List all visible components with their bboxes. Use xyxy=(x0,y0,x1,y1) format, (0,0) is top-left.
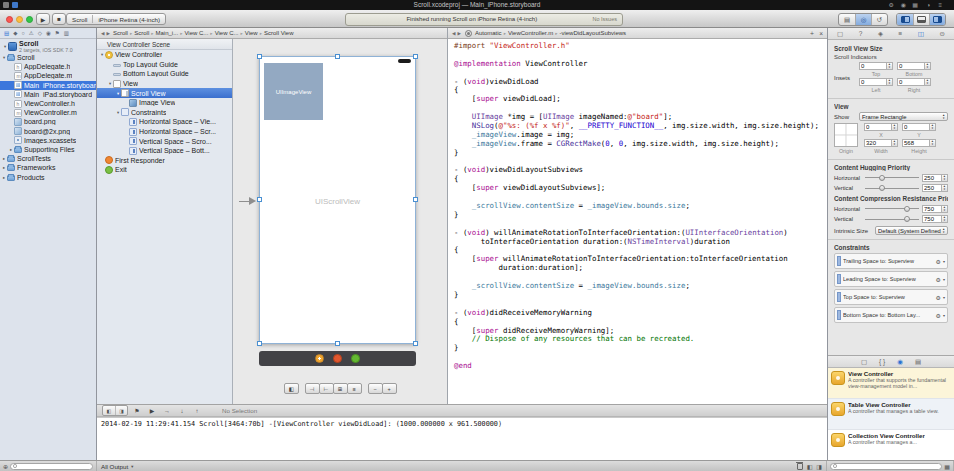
code-snippet-library-tab[interactable]: { } xyxy=(879,358,885,365)
console-output-popup[interactable]: All Output xyxy=(101,463,128,470)
run-button[interactable]: ▶ xyxy=(36,13,50,25)
show-popup[interactable]: Frame Rectangle xyxy=(859,112,948,121)
navigator-item[interactable]: ▸ScrollTests xyxy=(0,154,96,163)
storyboard-canvas[interactable]: UIImageView UIScrollView ◧ xyxy=(232,39,447,404)
jump-bar-item[interactable]: Scroll View xyxy=(264,30,294,36)
width-field[interactable] xyxy=(864,139,892,147)
origin-selector[interactable] xyxy=(834,123,858,147)
selection-handle[interactable] xyxy=(413,197,418,202)
toggle-utilities-button[interactable] xyxy=(929,14,945,25)
gear-icon[interactable]: ⚙ xyxy=(936,258,941,265)
content-hugging-vertical-slider[interactable] xyxy=(865,184,919,192)
toggle-debug-area-button[interactable] xyxy=(913,14,929,25)
stop-button[interactable]: ■ xyxy=(52,13,66,25)
first-responder-icon[interactable] xyxy=(333,354,342,363)
navigator-item[interactable]: Main_iPhone.storyboard xyxy=(0,81,96,90)
jump-bar-item[interactable]: View C... xyxy=(184,30,208,36)
outline-header[interactable]: View Controller Scene xyxy=(97,39,232,50)
console-view-toggle[interactable]: ◨ xyxy=(115,406,127,415)
display-menu-icon[interactable]: ▦ xyxy=(912,0,918,10)
add-assistant-editor-button[interactable]: ＋ xyxy=(809,29,816,38)
navigator-item[interactable]: Main_iPad.storyboard xyxy=(0,90,96,99)
step-out-button[interactable]: ↑ xyxy=(191,408,203,414)
selection-handle[interactable] xyxy=(413,54,418,59)
height-field[interactable] xyxy=(902,139,930,147)
variables-view-toggle[interactable]: ◧ xyxy=(103,406,115,415)
view-controller-icon[interactable] xyxy=(315,354,324,363)
code-editor[interactable]: #import "ViewController.h" @implementati… xyxy=(448,39,827,404)
step-over-button[interactable]: → xyxy=(161,408,173,414)
navigator-item[interactable]: AppDelegate.m xyxy=(0,71,96,80)
intrinsic-size-popup[interactable]: Default (System Defined) xyxy=(875,226,948,235)
navigator-item[interactable]: ▸Frameworks xyxy=(0,163,96,172)
back-button[interactable]: ◀ xyxy=(101,31,104,36)
zoom-in-button[interactable]: + xyxy=(382,383,397,394)
navigator-item[interactable]: board.png xyxy=(0,117,96,126)
zoom-out-button[interactable]: − xyxy=(368,383,383,394)
constraint-card[interactable]: Trailing Space to: Superview⚙▾ xyxy=(834,253,948,269)
clear-console-button[interactable] xyxy=(797,463,803,470)
slider-knob[interactable] xyxy=(879,185,885,191)
jump-bar-item[interactable]: Automatic xyxy=(475,30,502,36)
compression-resistance-horizontal-slider[interactable] xyxy=(865,205,919,213)
outline-item[interactable]: ▾View Controller xyxy=(97,50,232,60)
selection-handle[interactable] xyxy=(335,54,340,59)
log-navigator-icon[interactable]: ▥ xyxy=(64,30,69,36)
close-window-button[interactable] xyxy=(6,16,13,23)
gear-icon[interactable]: ⚙ xyxy=(936,312,941,319)
inset-top-field[interactable] xyxy=(859,62,887,70)
forward-button[interactable]: ▶ xyxy=(106,31,109,36)
library-item[interactable]: Table View ControllerA controller that m… xyxy=(828,399,954,430)
navigator-item[interactable]: AppDelegate.h xyxy=(0,62,96,71)
step-into-button[interactable]: ↓ xyxy=(176,408,188,414)
project-root-item[interactable]: ▾ Scroll 2 targets, iOS SDK 7.0 xyxy=(0,39,96,53)
search-navigator-icon[interactable]: ○ xyxy=(21,30,24,36)
navigator-item[interactable]: board@2x.png xyxy=(0,127,96,136)
object-library-tab[interactable]: ◉ xyxy=(897,358,903,366)
slider-knob[interactable] xyxy=(879,175,885,181)
inset-left-field[interactable] xyxy=(859,78,887,86)
view-controller-scene[interactable]: UIImageView UIScrollView xyxy=(259,56,416,344)
navigator-item[interactable]: Images.xcassets xyxy=(0,136,96,145)
outline-item[interactable]: ▾View xyxy=(97,79,232,89)
compression-resistance-vertical-slider[interactable] xyxy=(865,215,919,223)
debug-jump-bar[interactable]: No Selection xyxy=(222,407,257,414)
close-assistant-editor-button[interactable]: × xyxy=(819,30,823,37)
library-view-mode-icon[interactable]: ▦ xyxy=(944,463,950,470)
stepper[interactable] xyxy=(942,174,948,182)
stepper[interactable] xyxy=(930,139,936,147)
toggle-navigator-button[interactable] xyxy=(897,14,913,25)
jump-bar-item[interactable]: View C... xyxy=(215,30,239,36)
stepper[interactable] xyxy=(892,123,898,131)
console-pane-toggle[interactable]: ◧ xyxy=(807,463,813,470)
gear-icon[interactable]: ⚙ xyxy=(936,276,941,283)
stepper[interactable] xyxy=(887,78,893,86)
inset-right-field[interactable] xyxy=(897,78,925,86)
outline-item[interactable]: First Responder xyxy=(97,156,232,166)
jump-bar-item[interactable]: View xyxy=(245,30,258,36)
scheme-selector[interactable]: Scroll iPhone Retina (4-inch) xyxy=(66,13,166,25)
identity-inspector-tab[interactable]: ◈ xyxy=(878,30,883,38)
jump-bar-item[interactable]: -viewDidLayoutSubviews xyxy=(559,30,626,36)
navigator-item[interactable]: ViewController.h xyxy=(0,99,96,108)
battery-menu-icon[interactable]: ◑ xyxy=(926,0,930,10)
stepper[interactable] xyxy=(942,205,948,213)
constraint-card[interactable]: Top Space to: Superview⚙▾ xyxy=(834,289,948,305)
add-file-button[interactable]: ⊕ xyxy=(3,463,8,470)
selection-handle[interactable] xyxy=(257,197,262,202)
test-navigator-icon[interactable]: ◇ xyxy=(38,30,42,36)
quick-help-inspector-tab[interactable]: ? xyxy=(859,30,863,37)
issues-badge[interactable]: No Issues xyxy=(593,16,617,22)
outline-item[interactable]: Bottom Layout Guide xyxy=(97,69,232,79)
version-editor-button[interactable]: ↺ xyxy=(871,14,887,25)
compression-resistance-vertical-field[interactable] xyxy=(922,215,942,223)
continue-button[interactable]: ▶ xyxy=(146,407,158,414)
image-view[interactable]: UIImageView xyxy=(264,63,323,120)
stepper[interactable] xyxy=(925,78,931,86)
standard-editor-button[interactable]: ▤ xyxy=(839,14,855,25)
content-hugging-horizontal-field[interactable] xyxy=(922,174,942,182)
forward-button[interactable]: ▶ xyxy=(457,31,460,36)
jump-bar-item[interactable]: ViewController.m xyxy=(508,30,553,36)
content-hugging-horizontal-slider[interactable] xyxy=(865,174,919,182)
outline-toggle-button[interactable]: ◧ xyxy=(284,383,299,394)
